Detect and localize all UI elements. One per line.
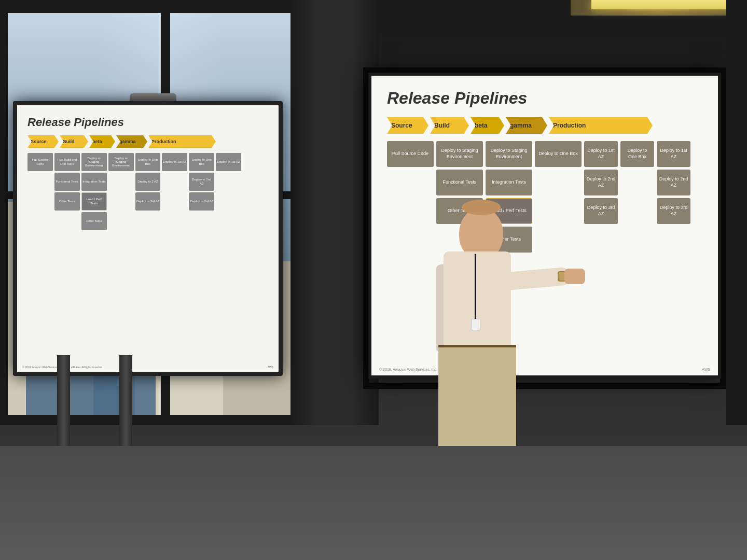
box-empty-7	[27, 192, 53, 211]
pr-empty-4	[620, 170, 654, 195]
box-functional: Functional Tests	[54, 173, 80, 191]
pr-empty-9	[693, 198, 718, 224]
box-run-build: Run Build and Unit Tests	[54, 153, 80, 171]
box-deploy-one-box-2: Deploy In One Box	[189, 153, 214, 171]
pr-deploy-2nd-1: Deploy to 2nd AZ	[584, 170, 618, 195]
box-empty-8	[108, 192, 134, 211]
stage-production-left: Production	[148, 135, 216, 148]
box-empty-11	[243, 192, 268, 211]
box-deploy-3az-1: Deploy to 3rd AZ	[135, 192, 161, 211]
box-deploy-one-box-1: Deploy In One Box	[135, 153, 161, 171]
wall-right	[726, 0, 747, 425]
pr-deploy-1az-2: Deploy to 1st AZ	[657, 141, 690, 167]
pr-empty-1	[693, 141, 718, 167]
stage-gamma-left: gamma	[116, 135, 147, 148]
presenter-hand	[564, 269, 585, 284]
footer-right-text: AWS	[268, 366, 273, 369]
pr-empty-3	[535, 170, 582, 195]
box-deploy-staging-1: Deploy to Staging Environment	[81, 153, 107, 171]
box-empty-6	[243, 173, 268, 191]
presenter-body	[436, 207, 519, 467]
sr-stage-gamma: gamma	[506, 117, 547, 134]
presenter-shirt	[444, 251, 511, 355]
box-load-perf-left: Load / Perf Tests	[81, 192, 107, 211]
footer-right-right-text: AWS	[702, 368, 710, 371]
stage-build-left: Build	[60, 135, 88, 148]
box-empty-5	[216, 173, 241, 191]
slide-left-title: Release Pipelines	[27, 116, 268, 129]
box-deploy-3az-2: Deploy to 3rd AZ	[189, 192, 214, 211]
sr-stage-production: Production	[549, 117, 653, 134]
sr-stage-source: Source	[387, 117, 428, 134]
screen-right: Release Pipelines Source Build beta gamm…	[368, 73, 721, 379]
pr-deploy-one-box-1: Deploy to One Box	[535, 141, 582, 167]
pr-deploy-3rd-1: Deploy to 3rd AZ	[584, 198, 618, 224]
pr-empty-5	[693, 170, 718, 195]
screen-border-bottom	[363, 383, 726, 389]
box-empty-4	[162, 173, 187, 191]
box-empty-1	[243, 153, 268, 171]
monitor-stand-left	[57, 355, 70, 459]
box-empty-13	[54, 212, 80, 230]
box-other-tests-1: Other Tests	[54, 192, 80, 211]
slide-left: Release Pipelines Source Build beta gamm…	[17, 105, 279, 372]
slide-right: Release Pipelines Source Build beta gamm…	[371, 76, 718, 375]
box-deploy-2az-2: Deploy to 2nd AZ	[189, 173, 214, 191]
pipeline-grid-left: Pull Source Code Run Build and Unit Test…	[27, 153, 268, 230]
pr-deploy-one-box-2: Deploy to One Box	[620, 141, 654, 167]
pipeline-stages-left: Source Build beta gamma Production	[27, 135, 268, 148]
pr-deploy-3rd-2: Deploy to 3rd AZ	[657, 198, 690, 224]
monitor-left: Release Pipelines Source Build beta gamm…	[13, 101, 283, 376]
scene: Release Pipelines Source Build beta gamm…	[0, 0, 747, 560]
pr-empty-8	[620, 198, 654, 224]
stage-source-left: Source	[27, 135, 59, 148]
box-empty-9	[162, 192, 187, 211]
box-deploy-2az-1: Deploy to 2 AZ	[135, 173, 161, 191]
monitor-stand-right-1	[119, 355, 132, 459]
box-empty-10	[216, 192, 241, 211]
box-other-tests-2: Other Tests	[81, 212, 107, 230]
ceiling-light	[591, 0, 747, 9]
pr-deploy-1az-1: Deploy to 1st AZ	[584, 141, 618, 167]
box-empty-3	[108, 173, 134, 191]
presenter-badge	[471, 319, 480, 330]
sr-stage-beta: beta	[471, 117, 504, 134]
pr-empty-7	[535, 198, 582, 224]
stage-beta-left: beta	[89, 135, 115, 148]
box-deploy-staging-2: Deploy to Staging Environment	[108, 153, 134, 171]
sr-stage-build: Build	[430, 117, 469, 134]
box-empty-12	[27, 212, 53, 230]
box-empty-2	[27, 173, 53, 191]
presenter	[425, 156, 529, 467]
pr-deploy-2nd-2: Deploy to 2nd AZ	[657, 170, 690, 195]
box-integration: Integration Tests	[81, 173, 107, 191]
box-deploy-1az-2: Deploy to 1st AZ	[216, 153, 241, 171]
box-deploy-1az-1: Deploy to 1st AZ	[162, 153, 187, 171]
floor	[0, 446, 747, 560]
slide-right-title: Release Pipelines	[387, 89, 702, 108]
pipeline-stages-right: Source Build beta gamma Production	[387, 117, 702, 134]
box-pull-source: Pull Source Code	[27, 153, 53, 171]
presenter-lanyard	[475, 254, 476, 321]
